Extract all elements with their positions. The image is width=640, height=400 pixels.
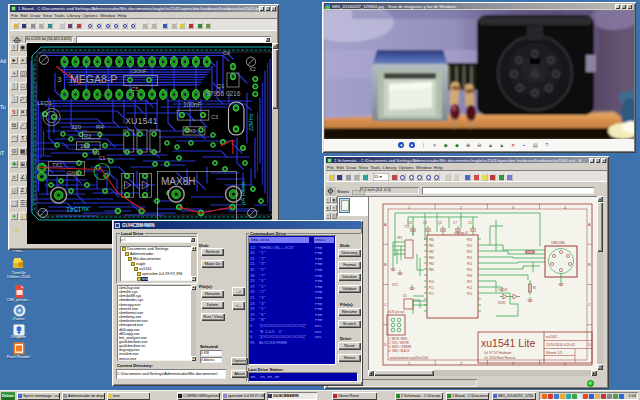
svg-text:1N4148: 1N4148 bbox=[498, 288, 508, 292]
svg-text:Sheets 1/1: Sheets 1/1 bbox=[546, 351, 562, 355]
svg-text:D: D bbox=[588, 342, 591, 347]
svg-text:PC2: PC2 bbox=[429, 292, 435, 296]
svg-text:PD3: PD3 bbox=[467, 256, 473, 260]
svg-text:C1 +: C1 + bbox=[99, 155, 110, 161]
svg-text:TCC: TCC bbox=[404, 225, 411, 229]
svg-text:pA Renix: pA Renix bbox=[240, 181, 246, 205]
svg-text:XU1541: XU1541 bbox=[125, 116, 158, 126]
svg-text:www.harbaum.org/till/xu1541: www.harbaum.org/till/xu1541 bbox=[390, 356, 429, 360]
svg-text:PD7: PD7 bbox=[467, 280, 473, 284]
svg-text:15/10/2014 4:20:41: 15/10/2014 4:20:41 bbox=[546, 343, 575, 347]
svg-text:X2: X2 bbox=[249, 66, 256, 72]
svg-text:pi5-B (avr-isp): pi5-B (avr-isp) bbox=[388, 310, 404, 314]
svg-text:100nF: 100nF bbox=[183, 101, 201, 108]
svg-text:PB4: PB4 bbox=[429, 262, 434, 266]
svg-text:4 / GND / BLACK: 4 / GND / BLACK bbox=[388, 349, 410, 353]
svg-text:atmega-8: atmega-8 bbox=[454, 231, 468, 235]
svg-text:3: 3 bbox=[57, 75, 62, 84]
svg-text:C7: C7 bbox=[453, 221, 457, 225]
svg-text:C: C bbox=[384, 302, 387, 307]
svg-text:A: A bbox=[384, 222, 387, 227]
svg-text:(30nF: (30nF bbox=[131, 68, 147, 74]
svg-text:xu1541: xu1541 bbox=[66, 206, 89, 213]
svg-text:DIO35: DIO35 bbox=[498, 301, 506, 305]
svg-text:PD0: PD0 bbox=[467, 238, 473, 242]
svg-text:PB2: PB2 bbox=[429, 250, 434, 254]
svg-text:1k6: 1k6 bbox=[80, 143, 90, 149]
svg-text:LED1: LED1 bbox=[37, 100, 53, 106]
svg-text:Jul '07 TiO Harbaum: Jul '07 TiO Harbaum bbox=[484, 351, 512, 355]
svg-text:TX1: TX1 bbox=[52, 162, 62, 168]
svg-text:A: A bbox=[588, 222, 591, 227]
svg-text:PD1: PD1 bbox=[467, 244, 473, 248]
svg-text:B: B bbox=[588, 262, 591, 267]
svg-text:C9: C9 bbox=[423, 221, 427, 225]
svg-text:Q1: Q1 bbox=[217, 83, 224, 89]
svg-text:PD4: PD4 bbox=[467, 262, 473, 266]
svg-text:PD5: PD5 bbox=[467, 268, 473, 272]
svg-text:GND: GND bbox=[67, 170, 79, 176]
svg-text:PB3: PB3 bbox=[429, 256, 434, 260]
svg-text:RX0: RX0 bbox=[185, 128, 196, 134]
svg-text:C5: C5 bbox=[131, 86, 139, 92]
svg-text:PC4: PC4 bbox=[467, 286, 473, 290]
svg-text:C3: C3 bbox=[211, 114, 218, 120]
svg-text:VCC: VCC bbox=[392, 283, 399, 287]
svg-text:22MHz: 22MHz bbox=[248, 113, 254, 131]
svg-text:D: D bbox=[384, 342, 387, 347]
svg-text:PC0: PC0 bbox=[429, 280, 435, 284]
svg-text:xu1541: xu1541 bbox=[546, 335, 557, 339]
svg-text:MAX8H: MAX8H bbox=[161, 176, 195, 187]
svg-text:PB1: PB1 bbox=[429, 244, 434, 248]
svg-text:87956 0216: 87956 0216 bbox=[206, 90, 241, 97]
svg-text:CBM-DIN6: CBM-DIN6 bbox=[551, 241, 565, 245]
svg-text:JP1: JP1 bbox=[397, 236, 403, 240]
svg-text:Jul '2014 René Riancos: Jul '2014 René Riancos bbox=[484, 356, 516, 360]
svg-text:R2: R2 bbox=[533, 286, 537, 290]
svg-text:C: C bbox=[588, 302, 591, 307]
svg-text:X1: X1 bbox=[403, 294, 407, 298]
svg-text:Q2: Q2 bbox=[438, 221, 442, 225]
svg-text:PD2: PD2 bbox=[467, 250, 473, 254]
svg-text:PC1: PC1 bbox=[429, 286, 435, 290]
svg-text:MEGA8-P: MEGA8-P bbox=[70, 73, 117, 85]
svg-text:B: B bbox=[384, 262, 387, 267]
svg-text:220: 220 bbox=[71, 124, 82, 130]
svg-text:R3: R3 bbox=[84, 133, 91, 139]
svg-text:C4: C4 bbox=[223, 50, 230, 56]
svg-text:xu1541 Lite: xu1541 Lite bbox=[481, 337, 535, 349]
svg-text:PD6: PD6 bbox=[467, 274, 473, 278]
svg-text:PB0: PB0 bbox=[429, 238, 434, 242]
svg-text:R4: R4 bbox=[96, 124, 104, 130]
svg-text:PC5: PC5 bbox=[467, 292, 473, 296]
svg-text:PB5: PB5 bbox=[429, 268, 434, 272]
svg-text:C2: C2 bbox=[468, 221, 472, 225]
